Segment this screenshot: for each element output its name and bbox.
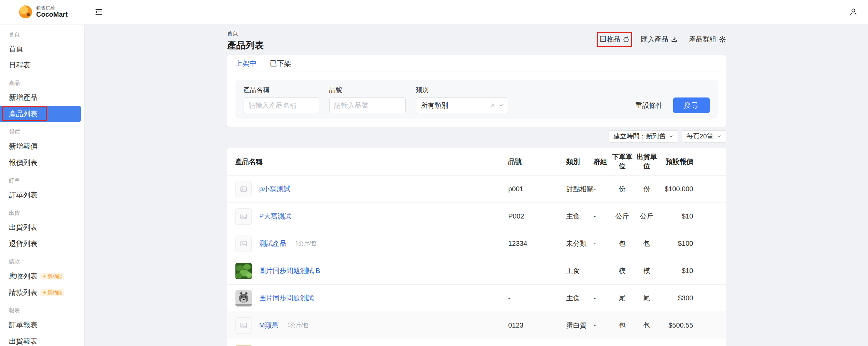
col-name: 產品名稱 [235, 157, 508, 166]
sidebar-item-shipping-report[interactable]: 出貨報表 [0, 333, 84, 346]
table-header-row: 產品名稱 品號 類別 群組 下單單位 出貨單位 預設報價 [227, 148, 726, 176]
order-unit-cell: 包 [610, 321, 635, 330]
product-link[interactable]: 測試產品 [259, 239, 287, 248]
ship-unit-cell: 包 [635, 239, 659, 248]
product-link[interactable]: p小寫測試 [259, 184, 290, 194]
product-link[interactable]: P大寫測試 [259, 212, 291, 221]
ship-unit-cell: 尾 [635, 294, 659, 303]
sku-input[interactable] [329, 97, 406, 113]
product-groups-button[interactable]: 產品群組 [689, 35, 726, 44]
chevron-down-icon [669, 134, 674, 139]
sidebar-section-billing: 請款 [0, 256, 84, 268]
tab-off-shelf[interactable]: 已下架 [270, 59, 291, 68]
product-spec-label: 1公斤/包 [287, 322, 308, 329]
category-cell: 主食 [566, 266, 594, 275]
sku-cell: 0123 [508, 321, 566, 329]
sidebar-item-shipping-list[interactable]: 出貨列表 [0, 219, 84, 236]
product-link[interactable]: 圖片同步問題測試 B [259, 266, 320, 275]
image-placeholder-icon [235, 317, 252, 334]
col-ship-unit: 出貨單位 [635, 152, 659, 171]
group-cell: - [594, 267, 610, 275]
price-cell: $500.55 [659, 321, 693, 329]
reset-filters-button[interactable]: 重設條件 [636, 101, 663, 110]
brand-logo-icon [19, 5, 32, 18]
image-placeholder-icon [235, 236, 252, 252]
gear-icon [719, 36, 726, 43]
table-row: 測試產品 1公斤/包 12334 未分類 - 包 包 $100 [227, 230, 726, 257]
group-cell: - [594, 212, 610, 220]
category-cell: 主食 [566, 294, 594, 303]
sidebar-section-quote: 報價 [0, 126, 84, 138]
product-link[interactable]: M蘋果 [259, 321, 279, 330]
sidebar-item-add-quote[interactable]: 新增報價 [0, 138, 84, 154]
category-cell: 蛋白質 [566, 321, 594, 330]
order-unit-cell: 公斤 [610, 212, 635, 221]
sidebar-item-schedule[interactable]: 日程表 [0, 57, 84, 73]
ship-unit-cell: 包 [635, 321, 659, 330]
product-name-input[interactable] [244, 97, 319, 113]
table-row: p小寫測試 p001 甜點相關 - 份 份 $100,000 [227, 176, 726, 203]
category-select-value: 所有類別 [421, 101, 491, 110]
sidebar-item-home[interactable]: 首頁 [0, 41, 84, 57]
top-bar: 銷售供給 CocoMart [0, 0, 868, 24]
sku-cell: P002 [508, 212, 566, 220]
new-feature-badge: 新功能 [40, 289, 64, 296]
col-category: 類別 [566, 157, 594, 166]
sku-cell: 12334 [508, 240, 566, 247]
price-cell: $10 [659, 267, 693, 275]
sidebar-item-quote-list[interactable]: 報價列表 [0, 154, 84, 171]
sidebar-item-order-list[interactable]: 訂單列表 [0, 187, 84, 203]
ship-unit-cell: 份 [635, 184, 659, 194]
category-cell: 未分類 [566, 239, 594, 248]
category-label: 類別 [416, 86, 508, 94]
sku-cell: - [508, 294, 566, 302]
sidebar-section-product: 產品 [0, 77, 84, 89]
search-button[interactable]: 搜尋 [673, 97, 710, 113]
brand-small-label: 銷售供給 [36, 5, 68, 11]
product-table: 產品名稱 品號 類別 群組 下單單位 出貨單位 預設報價 p小寫測試 p001 … [227, 148, 726, 346]
image-placeholder-icon [235, 208, 252, 225]
table-row: M蘋果 1公斤/包 0123 蛋白質 - 包 包 $500.55 [227, 312, 726, 339]
sidebar-item-product-list[interactable]: 產品列表 [0, 106, 81, 122]
page-size-dropdown[interactable]: 每頁20筆 [682, 130, 726, 142]
sku-label: 品號 [329, 86, 406, 94]
price-cell: $10 [659, 212, 693, 220]
product-spec-label: 1公斤/包 [295, 240, 316, 247]
import-products-button[interactable]: 匯入產品 [641, 35, 678, 44]
table-row: 圖片同步問題測試 - 主食 - 尾 尾 $300 [227, 285, 726, 312]
menu-fold-icon[interactable] [95, 8, 103, 16]
table-row: 0206 測試產品 - 主食 - 公斤 公斤 $300 [227, 339, 726, 346]
product-link[interactable]: 圖片同步問題測試 [259, 294, 314, 303]
product-photo-greens [235, 263, 252, 279]
user-icon[interactable] [849, 7, 858, 16]
ship-unit-cell: 公斤 [635, 212, 659, 221]
product-photo-dog-gray [235, 290, 252, 306]
order-unit-cell: 尾 [610, 294, 635, 303]
sku-cell: p001 [508, 185, 566, 193]
main-area: 首頁 產品列表 回收品 匯入產品 產品群組 [85, 25, 868, 346]
col-price: 預設報價 [659, 157, 693, 166]
recycle-bin-button[interactable]: 回收品 [600, 35, 630, 44]
import-icon [671, 36, 678, 43]
sidebar-item-return-list[interactable]: 退貨列表 [0, 236, 84, 252]
group-cell: - [594, 185, 610, 193]
chevron-down-icon [717, 134, 722, 139]
sidebar-item-receivable-list[interactable]: 應收列表 新功能 [0, 268, 84, 284]
tab-on-shelf[interactable]: 上架中 [235, 59, 257, 68]
order-unit-cell: 包 [610, 239, 635, 248]
brand[interactable]: 銷售供給 CocoMart [0, 5, 85, 18]
sidebar-item-add-product[interactable]: 新增產品 [0, 89, 84, 106]
chevron-down-icon [498, 103, 504, 108]
sidebar-item-order-report[interactable]: 訂單報表 [0, 317, 84, 333]
col-group: 群組 [594, 157, 610, 166]
new-feature-badge: 新功能 [40, 273, 64, 280]
sidebar-item-billing-list[interactable]: 請款列表 新功能 [0, 284, 84, 301]
clear-icon[interactable]: × [491, 102, 495, 109]
sidebar-section-shipping: 出貨 [0, 207, 84, 219]
table-row: P大寫測試 P002 主食 - 公斤 公斤 $10 [227, 203, 726, 230]
sort-created-dropdown[interactable]: 建立時間：新到舊 [609, 130, 678, 142]
recycle-icon [623, 36, 630, 43]
table-row: 圖片同步問題測試 B - 主食 - 模 模 $10 [227, 257, 726, 285]
category-select[interactable]: 所有類別 × [416, 97, 508, 113]
sidebar-section-order: 訂單 [0, 175, 84, 187]
